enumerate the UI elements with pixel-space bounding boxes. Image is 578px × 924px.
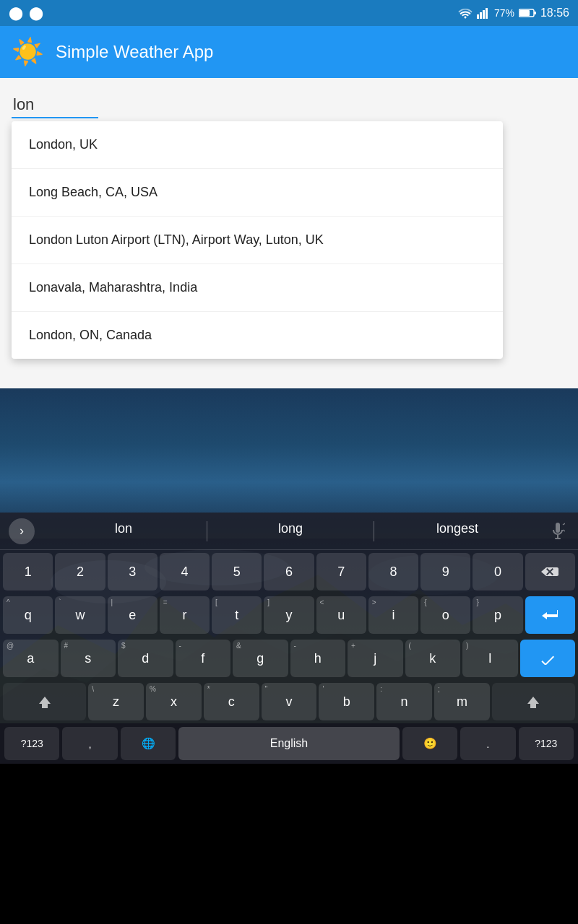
dropdown-item-4[interactable]: London, ON, Canada [12, 312, 503, 359]
space-key[interactable]: English [178, 727, 400, 760]
shift-right-key[interactable] [492, 683, 575, 720]
enter-key[interactable] [525, 596, 575, 634]
suggestion-2[interactable]: longest [374, 521, 540, 541]
key-y-label: y [285, 608, 292, 623]
key-0[interactable]: 0 [473, 553, 522, 590]
svg-rect-1 [480, 12, 482, 19]
confirm-key[interactable] [520, 640, 576, 677]
key-t[interactable]: [t [212, 596, 262, 634]
svg-line-17 [563, 523, 565, 525]
key-v[interactable]: "v [262, 683, 317, 720]
suggestion-1[interactable]: long [207, 521, 374, 541]
globe-key[interactable]: 🌐 [121, 727, 176, 760]
chevron-right-icon: › [20, 523, 24, 539]
sym-left-key[interactable]: ?123 [4, 727, 59, 760]
key-q[interactable]: ^q [3, 596, 53, 634]
svg-rect-0 [477, 14, 479, 19]
key-h[interactable]: -h [290, 640, 346, 677]
key-m[interactable]: ;m [434, 683, 490, 720]
key-n[interactable]: :n [376, 683, 432, 720]
key-u[interactable]: <u [316, 596, 366, 634]
key-y[interactable]: ]y [264, 596, 314, 634]
key-z-label: z [113, 694, 119, 710]
key-7[interactable]: 7 [316, 553, 366, 590]
key-l[interactable]: )l [462, 640, 518, 677]
key-j[interactable]: +j [348, 640, 403, 677]
svg-rect-3 [486, 8, 488, 19]
backspace-key[interactable] [525, 553, 575, 590]
microphone-icon[interactable] [540, 523, 575, 540]
svg-rect-6 [534, 12, 536, 14]
key-d[interactable]: $d [118, 640, 173, 677]
key-i-label: i [392, 608, 394, 623]
key-8[interactable]: 8 [368, 553, 418, 590]
key-f[interactable]: -f [176, 640, 231, 677]
key-o[interactable]: {o [420, 596, 470, 634]
shift-key[interactable] [3, 683, 86, 720]
key-k-label: k [429, 651, 436, 666]
search-input[interactable] [12, 92, 98, 118]
dropdown-item-3[interactable]: Lonavala, Maharashtra, India [12, 264, 503, 312]
key-2-label: 2 [77, 565, 84, 580]
key-g[interactable]: &g [233, 640, 288, 677]
key-s[interactable]: #s [61, 640, 116, 677]
key-t-label: t [235, 608, 238, 623]
key-u-label: u [337, 608, 345, 623]
key-3[interactable]: 3 [108, 553, 158, 590]
status-bar: ⬤ ⬤ 77% 18:56 [0, 0, 578, 26]
key-w[interactable]: `w [55, 596, 105, 634]
key-l-label: l [488, 651, 491, 666]
zxcv-row: \z %x *c "v 'b :n ;m [0, 680, 578, 723]
key-p[interactable]: }p [473, 596, 522, 634]
bottom-bar: ?123 , 🌐 English 🙂 . ?123 [0, 723, 578, 764]
suggestions-expand[interactable]: › [3, 513, 40, 550]
key-1[interactable]: 1 [3, 553, 53, 590]
comma-key[interactable]: , [62, 727, 117, 760]
dropdown-item-1[interactable]: Long Beach, CA, USA [12, 169, 503, 217]
key-b[interactable]: 'b [319, 683, 374, 720]
key-g-label: g [256, 651, 264, 666]
sun-icon: ☀️ [12, 37, 44, 67]
key-n-label: n [401, 694, 408, 710]
app-bar: ☀️ Simple Weather App [0, 26, 578, 78]
battery-percent: 77% [494, 7, 514, 19]
key-6[interactable]: 6 [264, 553, 314, 590]
key-2[interactable]: 2 [55, 553, 105, 590]
key-c[interactable]: *c [204, 683, 259, 720]
signal-icon [477, 7, 490, 19]
time-display: 18:56 [540, 6, 569, 19]
key-i[interactable]: >i [368, 596, 418, 634]
key-3-label: 3 [129, 565, 136, 580]
key-z[interactable]: \z [88, 683, 144, 720]
key-h-label: h [314, 651, 322, 666]
dropdown-item-0[interactable]: London, UK [12, 121, 503, 169]
key-4[interactable]: 4 [160, 553, 210, 590]
svg-rect-14 [556, 523, 560, 533]
svg-rect-16 [555, 538, 561, 539]
key-5[interactable]: 5 [212, 553, 262, 590]
asdf-row: @a #s $d -f &g -h +j (k )l [0, 637, 578, 680]
status-left-icons: ⬤ ⬤ [9, 5, 43, 21]
key-e[interactable]: |e [108, 596, 158, 634]
keyboard: › lon long longest [0, 513, 578, 764]
key-9[interactable]: 9 [420, 553, 470, 590]
key-a[interactable]: @a [3, 640, 59, 677]
suggestion-0[interactable]: lon [40, 521, 207, 541]
key-w-label: w [75, 608, 85, 623]
period-key[interactable]: . [460, 727, 515, 760]
autocomplete-dropdown: London, UK Long Beach, CA, USA London Lu… [12, 121, 503, 359]
search-container [12, 92, 566, 118]
key-7-label: 7 [337, 565, 345, 580]
key-r-label: r [182, 608, 186, 623]
smiley-key[interactable]: 🙂 [402, 727, 457, 760]
key-k[interactable]: (k [405, 640, 461, 677]
key-r[interactable]: =r [160, 596, 210, 634]
number-row: 1 2 3 4 5 6 7 8 9 0 [0, 550, 578, 593]
sym-right-key[interactable]: ?123 [519, 727, 574, 760]
key-c-label: c [228, 694, 235, 710]
dropdown-item-2[interactable]: London Luton Airport (LTN), Airport Way,… [12, 217, 503, 264]
key-x-label: x [171, 694, 177, 710]
key-1-label: 1 [25, 565, 32, 580]
key-x[interactable]: %x [146, 683, 202, 720]
svg-rect-5 [519, 10, 530, 16]
